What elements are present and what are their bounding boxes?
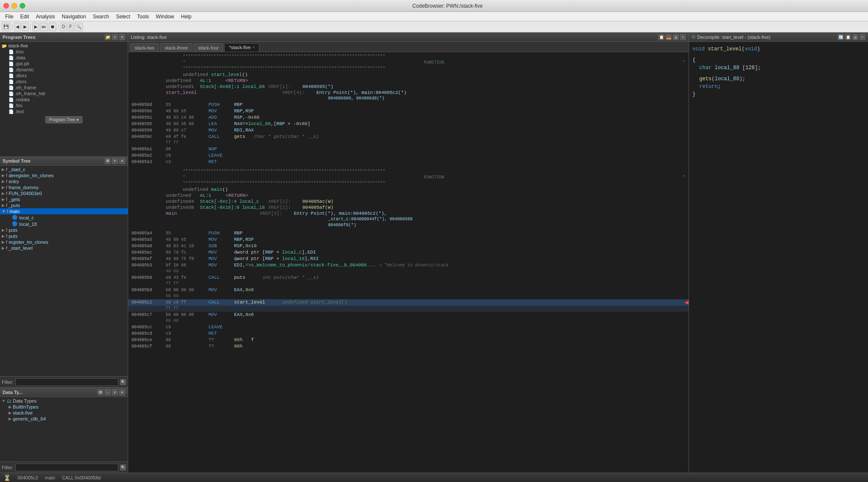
symbol-fun-004003e0[interactable]: ▶ f FUN_004003e0 [0,190,128,196]
asm-00400591[interactable]: 00400591 48 83 c4 80 ADD RSP,-0x80 [128,114,689,121]
symbol-frame-dummy[interactable]: ▶ f frame_dummy [0,184,128,190]
filter-search-btn[interactable]: 🔍 [120,379,126,385]
asm-004005c2[interactable]: 004005c2 e8 c6 ff CALL start_level undef… [128,299,689,306]
asm-004005a5[interactable]: 004005a5 48 89 e5 MOV RBP,RSP [128,237,689,243]
menu-tools[interactable]: Tools [134,13,152,20]
asm-004005a4[interactable]: 004005a4 55 PUSH RBP [128,230,689,237]
listing-btn2[interactable]: 📤 [666,34,672,40]
dt-builtin[interactable]: ▶ BuiltInTypes [0,404,128,410]
toolbar-stop[interactable]: ⏹ [49,23,56,31]
dt-filter-btn[interactable]: 🔍 [120,464,126,470]
asm-004005cd[interactable]: 004005cd c3 RET [128,330,689,337]
symbol-deregister-tm[interactable]: ▶ f deregister_tm_clones [0,172,128,178]
symbol-tree-btn2[interactable]: + [112,158,118,164]
minimize-button[interactable] [12,3,17,9]
toolbar-functions[interactable]: F [67,23,73,31]
tree-item-stack-five[interactable]: 📂 stack-five [0,43,128,49]
program-trees-actions[interactable]: 📁 + × [105,34,125,40]
listing-content[interactable]: ****************************************… [128,52,689,473]
symbol-filter-input[interactable] [15,378,119,386]
program-trees-close[interactable]: × [119,34,125,40]
symbol-puts-underscore[interactable]: ▶ f _puts [0,202,128,208]
tab-stack-five[interactable]: *stack-five × [224,43,259,52]
toolbar-forward[interactable]: ▶ [22,23,29,31]
window-controls[interactable] [3,3,25,9]
menu-file[interactable]: File [2,13,17,20]
asm-004005a8[interactable]: 004005a8 48 83 ec 10 SUB RSP,0x10 [128,243,689,249]
asm-004005cf[interactable]: 004005cf 90 ?? 90h [128,343,689,350]
data-types-btn2[interactable]: → [105,389,111,395]
listing-close[interactable]: × [680,34,686,40]
symbol-tree-close[interactable]: × [119,158,125,164]
symbol-local-c[interactable]: 🔵 local_c [0,214,128,221]
asm-004005ac[interactable]: 004005ac 89 7d fc MOV dword ptr [RBP + l… [128,249,689,256]
program-tree-button[interactable]: Program Tree ▾ [45,116,82,123]
symbol-entry[interactable]: ▶ f entry [0,178,128,184]
tree-item-text[interactable]: 📄 .text [0,108,128,114]
toolbar-search[interactable]: 🔍 [74,23,83,31]
tab-stack-two[interactable]: stack-two [130,43,159,52]
menu-navigation[interactable]: Navigation [59,13,90,20]
program-trees-btn1[interactable]: 📁 [105,34,111,40]
decompiler-btn1[interactable]: 🔄 [838,34,844,40]
tree-item-bss[interactable]: 📄 .bss [0,49,128,55]
decompiler-btn3[interactable]: 🖨 [852,34,858,40]
tab-stack-three[interactable]: stack-three [160,43,192,52]
asm-004005bd[interactable]: 004005bd b8 00 00 00 MOV EAX,0x0 [128,287,689,293]
symbol-local-18[interactable]: 🔵 local_18 [0,221,128,227]
menu-window[interactable]: Window [152,13,178,20]
toolbar-decompile[interactable]: D [60,23,67,31]
toolbar-run[interactable]: ▶ [32,23,39,31]
menu-search[interactable]: Search [89,13,112,20]
dt-generic-clib[interactable]: ▶ generic_clib_64 [0,416,128,422]
asm-004005a2[interactable]: 004005a2 c9 LEAVE [128,152,689,159]
menu-select[interactable]: Select [112,13,133,20]
listing-btn1[interactable]: 📋 [658,34,664,40]
asm-00400599[interactable]: 00400599 48 89 c7 MOV RDI,RAX [128,127,689,134]
maximize-button[interactable] [20,3,25,9]
tree-item-eh-frame-hdr[interactable]: 📄 .eh_frame_hdr [0,91,128,96]
data-types-filter-input[interactable] [15,464,119,471]
toolbar-step[interactable]: ⏭ [40,23,48,31]
asm-004005c7[interactable]: 004005c7 b8 00 00 00 MOV EAX,0x0 [128,312,689,318]
data-types-close[interactable]: × [119,389,125,395]
data-types-btn3[interactable]: + [112,389,118,395]
menu-analysis[interactable]: Analysis [32,13,59,20]
tab-close-icon[interactable]: × [252,45,255,50]
dt-stack-five[interactable]: ▶ stack-five [0,410,128,416]
program-trees-btn2[interactable]: + [112,34,118,40]
tree-item-dtors[interactable]: 📄 .dtors [0,73,128,79]
menu-help[interactable]: Help [178,13,195,20]
asm-004005b8[interactable]: 004005b8 e8 43 fe CALL puts int puts(cha… [128,275,689,281]
symbol-register-tm[interactable]: ▶ f register_tm_clones [0,239,128,245]
tree-item-dynamic[interactable]: 📄 .dynamic [0,67,128,73]
asm-004005a1[interactable]: 004005a1 90 NOP [128,146,689,152]
asm-004005b3[interactable]: 004005b3 bf 20 06 MOV EDI,=>s_Welcome_to… [128,262,689,269]
close-button[interactable] [3,3,9,9]
symbol-tree-actions[interactable]: ⚙ + × [105,158,125,164]
tab-stack-four[interactable]: stack-four [194,43,223,52]
symbol-puts[interactable]: ▶ f puts [0,227,128,233]
symbol-tree-btn1[interactable]: ⚙ [105,158,111,164]
asm-004005af[interactable]: 004005af 48 89 75 f0 MOV qword ptr [RBP … [128,256,689,262]
toolbar-back[interactable]: ◀ [14,23,21,31]
tree-item-got-plt[interactable]: 📄 .got.plt [0,61,128,67]
listing-btn3[interactable]: 🖨 [673,34,679,40]
asm-004005a3[interactable]: 004005a3 c3 RET [128,159,689,165]
asm-0040058e[interactable]: 0040058e 48 89 e5 MOV RBP,RSP [128,108,689,114]
tree-item-rodata[interactable]: 📄 .rodata [0,96,128,102]
data-types-btn1[interactable]: ⚙ [97,389,103,395]
tree-item-data[interactable]: 📄 .data [0,55,128,61]
asm-0040059c[interactable]: 0040059c e8 4f fe CALL gets char * gets(… [128,134,689,140]
symbol-gets[interactable]: ▶ f _gets [0,196,128,202]
data-types-actions[interactable]: ⚙ → + × [97,389,125,395]
symbol-start-c[interactable]: ▶ f _start_c [0,167,128,172]
asm-004005cc[interactable]: 004005cc c9 LEAVE [128,324,689,330]
asm-004005ce[interactable]: 004005ce 66 ?? 66h f [128,337,689,343]
decompiler-close[interactable]: × [859,34,865,40]
tree-item-eh-frame[interactable]: 📄 .eh_frame [0,85,128,91]
menu-edit[interactable]: Edit [17,13,32,20]
tree-item-ctors[interactable]: 📄 .ctors [0,79,128,85]
symbol-main[interactable]: ▼ f main [0,208,128,214]
dt-root[interactable]: ▼ 🗂 Data Types [0,398,128,404]
